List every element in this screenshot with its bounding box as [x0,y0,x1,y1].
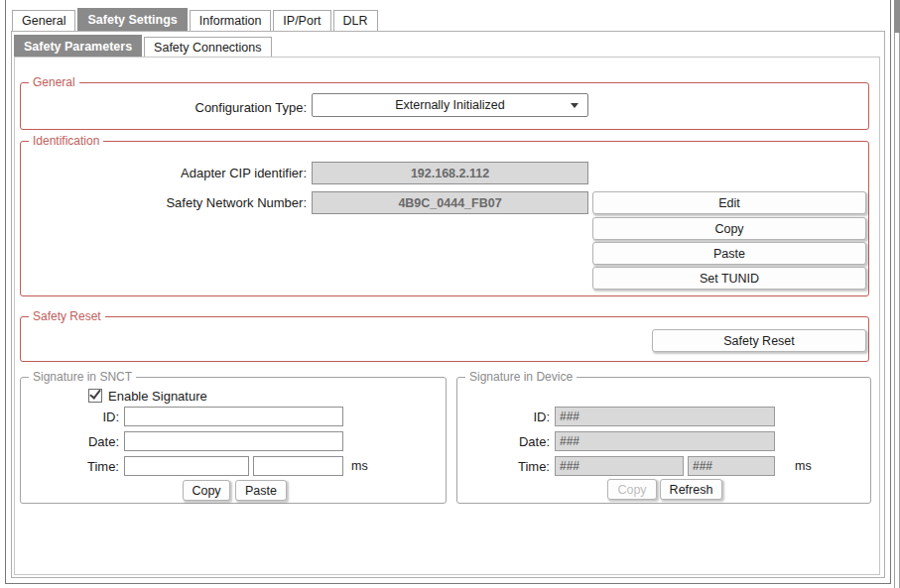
snct-id-input[interactable] [124,407,343,426]
snct-time-input[interactable] [124,456,249,476]
snct-ms-label: ms [351,459,368,473]
snct-date-input[interactable] [124,431,343,451]
signature-snct-groupbox: Signature in SNCT Enable Signature ID: D… [20,377,447,504]
device-date-label: Date: [457,434,550,449]
device-time-label: Time: [457,459,550,474]
chevron-down-icon [571,103,579,108]
configuration-type-label: Configuration Type: [21,100,307,115]
tab-safety-parameters[interactable]: Safety Parameters [14,35,142,57]
enable-signature-label: Enable Signature [108,389,207,404]
copy-button[interactable]: Copy [592,217,866,240]
safety-network-number-field [312,191,588,214]
edit-button[interactable]: Edit [592,191,866,214]
snct-time-label: Time: [21,459,119,474]
adapter-cip-identifier-label: Adapter CIP identifier: [21,166,307,180]
tab-general[interactable]: General [12,10,75,31]
snct-id-label: ID: [21,410,119,424]
set-tunid-button[interactable]: Set TUNID [592,267,866,290]
signature-snct-group-title: Signature in SNCT [29,370,136,384]
safety-reset-groupbox: Safety Reset Safety Reset [20,316,869,362]
device-date-field [555,431,775,451]
checkmark-icon [89,387,101,399]
app-window: General Safety Settings Information IP/P… [0,0,900,588]
main-tabstrip: General Safety Settings Information IP/P… [12,8,380,31]
enable-signature-checkbox[interactable] [88,389,102,403]
identification-group-title: Identification [29,134,103,148]
tab-ip-port[interactable]: IP/Port [273,10,330,31]
background-window-edge [894,0,895,588]
safety-reset-button[interactable]: Safety Reset [652,329,866,352]
configuration-type-value: Externally Initialized [395,98,504,112]
safety-network-number-label: Safety Network Number: [21,195,307,210]
snct-paste-button[interactable]: Paste [235,480,287,501]
device-id-field [555,407,775,426]
tab-information[interactable]: Information [190,10,272,31]
tab-safety-settings[interactable]: Safety Settings [77,8,187,31]
device-time-ms-field [688,456,775,476]
signature-device-group-title: Signature in Device [465,370,577,384]
snct-time-ms-input[interactable] [253,456,343,476]
safety-reset-group-title: Safety Reset [29,309,105,323]
device-time-field [555,456,684,476]
general-groupbox: General Configuration Type: Externally I… [20,82,869,130]
signature-device-groupbox: Signature in Device ID: Date: Time: ms C… [456,377,871,504]
background-window-scrollbar-fragment [894,0,900,33]
sub-tabstrip: Safety Parameters Safety Connections [14,35,274,57]
device-id-label: ID: [457,410,550,424]
tab-dlr[interactable]: DLR [333,10,378,31]
general-group-title: General [29,75,79,89]
snct-date-label: Date: [21,434,119,449]
tab-safety-connections[interactable]: Safety Connections [144,37,271,57]
device-copy-button: Copy [607,479,657,500]
device-ms-label: ms [795,459,812,473]
device-refresh-button[interactable]: Refresh [660,479,722,500]
snct-copy-button[interactable]: Copy [183,480,230,501]
adapter-cip-identifier-field [312,162,588,184]
paste-button[interactable]: Paste [592,242,866,265]
configuration-type-dropdown[interactable]: Externally Initialized [312,93,588,117]
identification-groupbox: Identification Adapter CIP identifier: S… [20,141,869,296]
